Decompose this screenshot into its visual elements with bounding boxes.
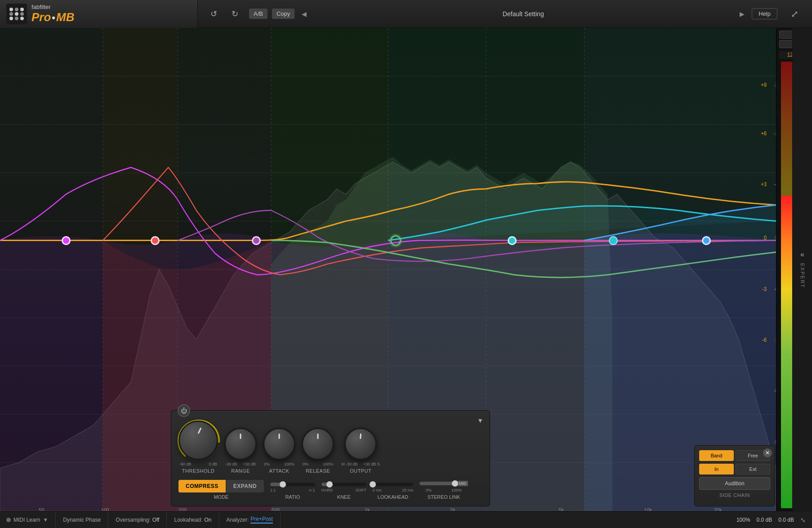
lookahead-status-value[interactable]: On	[204, 517, 211, 523]
knee-track[interactable]	[321, 483, 366, 486]
compress-button[interactable]: COMPRESS	[178, 480, 226, 492]
dropdown-arrow[interactable]: ▼	[477, 417, 483, 424]
band-free-row: Band Free	[699, 450, 770, 461]
range-label: RANGE	[231, 468, 250, 474]
release-scale-max: 100%	[323, 462, 333, 466]
power-button[interactable]: ⏻	[178, 404, 190, 417]
ratio-group: 1:1 ∞:1 RATIO	[270, 483, 315, 500]
help-button[interactable]: Help	[752, 8, 777, 19]
attack-scale-max: 100%	[284, 462, 294, 466]
band-node-3[interactable]	[252, 236, 261, 245]
band-node-4[interactable]	[390, 235, 401, 246]
copy-button[interactable]: Copy	[272, 9, 294, 19]
header: fabfilter Pro • MB ↺ ↻ A/B Copy ◀ Defaul…	[0, 0, 812, 28]
band-button[interactable]: Band	[699, 450, 734, 461]
band-node-6[interactable]	[609, 236, 618, 245]
threshold-group: -90 dB 0 dB THRESHOLD	[178, 421, 218, 474]
logo-dot	[9, 8, 13, 11]
expert-label: EXPERT	[800, 263, 805, 288]
output-indicator	[360, 434, 361, 439]
logo-dot	[15, 8, 18, 11]
range-knob[interactable]	[224, 428, 257, 460]
midi-arrow[interactable]: ▼	[43, 517, 48, 523]
analyzer-label: Analyzer:	[226, 517, 249, 523]
ext-button[interactable]: Ext	[736, 464, 770, 474]
close-panel-button[interactable]: ✕	[763, 448, 772, 457]
resize-button[interactable]: ⤡	[800, 516, 806, 524]
lookahead-scale: 0 ms 20 ms	[373, 488, 413, 492]
band-node-2[interactable]	[151, 236, 160, 245]
band-node-7[interactable]	[702, 236, 711, 245]
logo-icon	[6, 4, 27, 24]
stereo-fill	[419, 482, 455, 485]
release-label: RELEASE	[306, 468, 330, 474]
band-node-1[interactable]	[62, 236, 71, 245]
mode-section: COMPRESS EXPAND MODE	[178, 480, 264, 500]
knee-label: KNEE	[337, 494, 351, 500]
gain-value-2: 0.0 dB	[778, 517, 794, 523]
preset-section: Default Setting	[314, 10, 732, 18]
range-group: -30 dB +30 dB RANGE	[224, 428, 257, 474]
logo-dot	[20, 12, 24, 16]
ratio-track[interactable]	[270, 483, 315, 486]
release-scale: 0% 100%	[302, 462, 334, 466]
dynamic-phase-label[interactable]: Dynamic Phase	[63, 517, 101, 523]
knee-group: HARD SOFT KNEE	[321, 483, 366, 500]
oversampling-label: Oversampling:	[116, 517, 150, 523]
controls-bottom-row: COMPRESS EXPAND MODE 1:1 ∞:1 RATIO	[178, 480, 482, 500]
lookahead-thumb[interactable]	[370, 481, 376, 488]
range-indicator	[240, 434, 241, 439]
release-scale-min: 0%	[303, 462, 308, 466]
output-label: OUTPUT	[350, 468, 371, 474]
threshold-label: THRESHOLD	[182, 468, 214, 474]
lookahead-scale-min: 0 ms	[373, 488, 382, 492]
stereo-scale-min: 0%	[426, 488, 432, 492]
midi-learn-label[interactable]: MIDI Learn	[13, 517, 40, 523]
attack-scale-min: 0%	[264, 462, 270, 466]
analyzer-section: Analyzer: Pre+Post	[219, 511, 281, 528]
header-controls: ↺ ↻ A/B Copy ◀ Default Setting ▶ Help ⤢	[198, 7, 812, 21]
threshold-knob[interactable]	[178, 421, 218, 460]
undo-button[interactable]: ↺	[207, 7, 221, 21]
stereo-link-label: STEREO LINK	[428, 494, 460, 500]
band-node-5[interactable]	[508, 236, 517, 245]
status-right: 100% 0.0 dB 0.0 dB ⤡	[736, 516, 806, 524]
ratio-thumb[interactable]	[280, 481, 286, 488]
redo-button[interactable]: ↻	[228, 7, 242, 21]
expert-panel[interactable]: « EXPERT	[792, 28, 812, 511]
output-knob[interactable]	[344, 428, 377, 460]
output-group: M -30 dB +30 dB S OUTPUT	[340, 428, 381, 474]
release-group: 0% 100% RELEASE	[302, 428, 334, 474]
analyzer-value[interactable]: Pre+Post	[250, 516, 273, 524]
fullscreen-button[interactable]: ⤢	[791, 9, 799, 19]
zoom-value[interactable]: 100%	[736, 517, 750, 523]
mode-buttons: COMPRESS EXPAND	[178, 480, 264, 492]
oversampling-value[interactable]: Off	[152, 517, 160, 523]
attack-knob[interactable]	[263, 428, 295, 460]
threshold-knob-container	[178, 421, 218, 460]
brand-name: fabfilter	[31, 4, 74, 10]
knee-scale: HARD SOFT	[321, 488, 366, 492]
product-name: Pro • MB	[31, 10, 74, 24]
logo-dot	[20, 17, 24, 20]
lookahead-track[interactable]	[373, 483, 413, 486]
ab-button[interactable]: A/B	[249, 9, 268, 19]
expand-button[interactable]: EXPAND	[226, 480, 264, 492]
sidechain-panel: ✕ Band Free In Ext Audition SIDE CHAIN	[694, 445, 775, 506]
stereo-track[interactable]	[419, 482, 455, 485]
ratio-label: RATIO	[285, 494, 300, 500]
ratio-scale: 1:1 ∞:1	[270, 488, 315, 492]
release-knob[interactable]	[302, 428, 334, 460]
ratio-scale-max: ∞:1	[309, 488, 315, 492]
lookahead-section: Lookahead: On	[167, 511, 219, 528]
knee-scale-max: SOFT	[356, 488, 366, 492]
stereo-thumb[interactable]	[452, 480, 458, 487]
svg-rect-39	[781, 196, 794, 508]
attack-indicator	[279, 434, 280, 439]
lookahead-status-label: Lookahead:	[174, 517, 202, 523]
control-panel: ⏻ ▼ -90 dB 0 dB THRESHOLD	[171, 410, 490, 506]
attack-label: ATTACK	[269, 468, 290, 474]
in-button[interactable]: In	[699, 464, 734, 474]
audition-button[interactable]: Audition	[699, 477, 770, 490]
knee-thumb[interactable]	[326, 481, 333, 488]
